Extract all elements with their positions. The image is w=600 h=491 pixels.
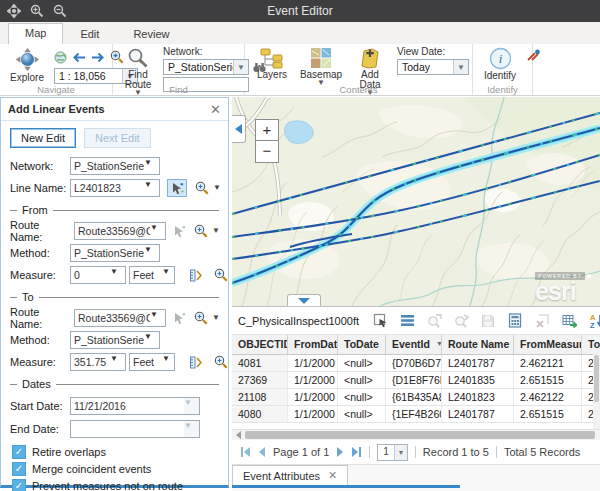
- tab-event-attributes[interactable]: Event Attributes ✕: [232, 465, 348, 485]
- chevron-down-icon[interactable]: ▼: [150, 310, 165, 326]
- chevron-down-icon[interactable]: ▼: [144, 180, 159, 196]
- table-row[interactable]: 40811/1/2000<null>{D70B6D72-3L24017872.4…: [232, 355, 600, 372]
- from-route-name-combobox[interactable]: Route33569@Cent ▼: [74, 222, 166, 240]
- map-zoom-in-button[interactable]: +: [255, 119, 279, 141]
- layers-button[interactable]: Layers: [250, 46, 294, 81]
- column-header-tomea[interactable]: ToMea: [582, 335, 600, 354]
- table-horizontal-scrollbar[interactable]: [232, 429, 600, 440]
- zoom-to-selection-icon[interactable]: [426, 313, 442, 329]
- column-header-fromdate[interactable]: FromDate: [288, 335, 338, 354]
- select-records-icon[interactable]: [372, 313, 388, 329]
- next-edit-button[interactable]: Next Edit: [84, 128, 151, 148]
- close-icon[interactable]: ✕: [210, 103, 221, 116]
- column-header-route-name[interactable]: Route Name: [442, 335, 514, 354]
- zoom-to-to-route-button[interactable]: ▼: [194, 311, 220, 325]
- checkbox-checked-icon[interactable]: ✓: [12, 479, 26, 491]
- close-icon[interactable]: ✕: [328, 470, 337, 480]
- select-line-on-map-button[interactable]: [167, 179, 187, 197]
- zoom-to-line-button[interactable]: ▼: [195, 181, 221, 195]
- collapse-panel-left-button[interactable]: [232, 115, 246, 143]
- chevron-down-icon[interactable]: ▼: [144, 245, 159, 261]
- zoom-to-to-measure-button[interactable]: [214, 355, 228, 369]
- zoom-to-from-measure-button[interactable]: [214, 268, 228, 282]
- column-header-objectid[interactable]: OBJECTID: [232, 335, 288, 354]
- view-date-combobox[interactable]: Today ▼: [397, 59, 469, 75]
- show-selection-icon[interactable]: [399, 313, 415, 329]
- basemap-button[interactable]: Basemap ▼: [299, 46, 343, 87]
- sort-icon[interactable]: AZ: [588, 313, 600, 329]
- identify-button[interactable]: i Identify: [478, 46, 522, 82]
- map-zoom-out-button[interactable]: −: [255, 141, 279, 163]
- page-number-combobox[interactable]: 1▼: [377, 444, 408, 461]
- chevron-down-icon[interactable]: ▼: [184, 421, 199, 437]
- select-from-route-on-map-button[interactable]: [169, 222, 189, 240]
- zoom-out-tool-icon[interactable]: [53, 4, 67, 18]
- to-unit-combobox[interactable]: Feet ▼: [129, 353, 175, 371]
- checkbox-row[interactable]: ✓Merge coincident events: [12, 461, 219, 476]
- pan-to-selection-icon[interactable]: [453, 313, 469, 329]
- chevron-down-icon[interactable]: ▼: [144, 332, 159, 348]
- field-calculator-icon[interactable]: [507, 313, 523, 329]
- table-row[interactable]: 211081/1/2000<null>{61B435A8-32L24018232…: [232, 389, 600, 406]
- identify-route-location-icon[interactable]: [527, 49, 541, 62]
- full-extent-icon[interactable]: [54, 51, 67, 64]
- to-route-name-combobox[interactable]: Route33569@Cent ▼: [74, 309, 166, 327]
- collapse-table-button[interactable]: [287, 294, 321, 306]
- map-view[interactable]: + − POWERED BY esri: [232, 97, 600, 307]
- tab-edit[interactable]: Edit: [63, 24, 116, 44]
- first-page-button[interactable]: [240, 447, 251, 457]
- chevron-down-icon[interactable]: ▼: [150, 223, 165, 239]
- chevron-down-icon[interactable]: ▼: [212, 228, 220, 234]
- back-extent-icon[interactable]: [72, 52, 86, 63]
- start-date-input[interactable]: 11/21/2016 ▼: [70, 397, 200, 415]
- delete-records-icon[interactable]: [534, 313, 550, 329]
- chevron-down-icon[interactable]: ▼: [110, 354, 125, 370]
- network-combobox[interactable]: P_StationSeries ▼: [70, 157, 160, 175]
- to-method-combobox[interactable]: P_StationSeries ▼: [70, 331, 160, 349]
- from-method-combobox[interactable]: P_StationSeries ▼: [70, 244, 160, 262]
- chevron-down-icon[interactable]: ▼: [453, 60, 468, 74]
- checkbox-row[interactable]: ✓Retire overlaps: [12, 444, 219, 459]
- table-row[interactable]: 40801/1/2000<null>{1EF4B260-F0L24017872.…: [232, 406, 600, 423]
- pick-to-measure-on-map-button[interactable]: [185, 353, 205, 371]
- tab-review[interactable]: Review: [116, 24, 186, 44]
- pick-from-measure-on-map-button[interactable]: [185, 266, 205, 284]
- chevron-down-icon[interactable]: ▼: [110, 267, 125, 283]
- ribbon-network-combobox[interactable]: P_StationSeries ▼: [163, 59, 249, 75]
- column-header-frommeasure[interactable]: FromMeasure: [514, 335, 582, 354]
- tab-map[interactable]: Map: [8, 23, 63, 44]
- from-unit-combobox[interactable]: Feet ▼: [129, 266, 175, 284]
- chevron-down-icon[interactable]: ▼: [144, 158, 159, 174]
- explore-button[interactable]: Explore: [5, 46, 49, 84]
- zoom-in-tool-icon[interactable]: [30, 4, 44, 18]
- chevron-down-icon[interactable]: ▼: [184, 398, 199, 414]
- previous-page-button[interactable]: [258, 447, 266, 457]
- checkbox-checked-icon[interactable]: ✓: [12, 445, 26, 459]
- next-page-button[interactable]: [336, 447, 344, 457]
- column-header-todate[interactable]: ToDate: [338, 335, 386, 354]
- chevron-down-icon[interactable]: ▼: [213, 185, 221, 191]
- forward-extent-icon[interactable]: [91, 52, 105, 63]
- end-date-input[interactable]: ▼: [70, 420, 200, 438]
- to-measure-combobox[interactable]: 351.75 ▼: [70, 353, 126, 371]
- chevron-down-icon[interactable]: ▼: [162, 354, 174, 370]
- checkbox-checked-icon[interactable]: ✓: [12, 462, 26, 476]
- table-row[interactable]: 273691/1/2000<null>{D1E8F76D-FL24018352.…: [232, 372, 600, 389]
- last-page-button[interactable]: [351, 447, 362, 457]
- zoom-to-from-route-button[interactable]: ▼: [194, 224, 220, 238]
- line-name-combobox[interactable]: L2401823 ▼: [70, 179, 160, 197]
- select-to-route-on-map-button[interactable]: [169, 309, 189, 327]
- checkbox-row[interactable]: ✓Prevent measures not on route: [12, 478, 219, 491]
- new-edit-button[interactable]: New Edit: [10, 128, 76, 148]
- from-measure-combobox[interactable]: 0 ▼: [70, 266, 126, 284]
- column-header-eventid[interactable]: EventId▼: [386, 335, 442, 354]
- table-vertical-scrollbar[interactable]: [593, 354, 600, 430]
- chevron-down-icon[interactable]: ▼: [394, 445, 407, 460]
- append-records-icon[interactable]: [561, 313, 577, 329]
- chevron-down-icon[interactable]: ▼: [162, 267, 174, 283]
- pan-tool-icon[interactable]: [7, 4, 21, 18]
- chevron-down-icon[interactable]: ▼: [212, 315, 220, 321]
- scroll-left-icon[interactable]: [236, 431, 241, 439]
- save-edits-icon[interactable]: [480, 313, 496, 329]
- scrollbar-thumb[interactable]: [245, 431, 595, 439]
